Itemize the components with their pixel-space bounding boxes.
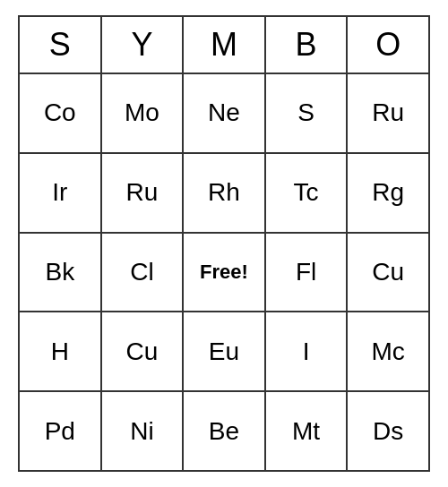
bingo-cell-4-4: Ds: [348, 392, 428, 470]
bingo-cell-2-0: Bk: [20, 234, 102, 312]
bingo-cell-3-4: Mc: [348, 312, 428, 390]
bingo-row-1: IrRuRhTcRg: [20, 154, 428, 234]
header-cell-y: Y: [102, 17, 185, 73]
bingo-row-4: PdNiBeMtDs: [20, 392, 428, 470]
header-cell-o: O: [348, 17, 428, 73]
bingo-cell-1-2: Rh: [184, 154, 266, 232]
bingo-cell-3-3: I: [266, 312, 349, 390]
bingo-cell-2-2: Free!: [184, 234, 266, 312]
bingo-cell-2-3: Fl: [266, 234, 349, 312]
header-cell-m: M: [184, 17, 266, 73]
bingo-body: CoMoNeSRuIrRuRhTcRgBkClFree!FlCuHCuEuIMc…: [20, 74, 428, 470]
bingo-cell-4-2: Be: [184, 392, 266, 470]
bingo-cell-0-3: S: [266, 74, 349, 152]
bingo-cell-1-1: Ru: [102, 154, 185, 232]
bingo-cell-4-3: Mt: [266, 392, 349, 470]
bingo-cell-3-1: Cu: [102, 312, 185, 390]
bingo-cell-3-2: Eu: [184, 312, 266, 390]
bingo-cell-0-2: Ne: [184, 74, 266, 152]
bingo-header: SYMBO: [20, 17, 428, 74]
bingo-cell-3-0: H: [20, 312, 102, 390]
bingo-cell-1-0: Ir: [20, 154, 102, 232]
bingo-cell-0-1: Mo: [102, 74, 185, 152]
bingo-cell-1-4: Rg: [348, 154, 428, 232]
bingo-cell-4-0: Pd: [20, 392, 102, 470]
bingo-cell-2-1: Cl: [102, 234, 185, 312]
bingo-row-0: CoMoNeSRu: [20, 74, 428, 154]
bingo-cell-0-4: Ru: [348, 74, 428, 152]
bingo-cell-2-4: Cu: [348, 234, 428, 312]
bingo-row-2: BkClFree!FlCu: [20, 234, 428, 313]
bingo-cell-1-3: Tc: [266, 154, 349, 232]
bingo-row-3: HCuEuIMc: [20, 312, 428, 392]
bingo-cell-4-1: Ni: [102, 392, 185, 470]
header-cell-s: S: [20, 17, 102, 73]
bingo-card: SYMBO CoMoNeSRuIrRuRhTcRgBkClFree!FlCuHC…: [18, 15, 430, 472]
bingo-cell-0-0: Co: [20, 74, 102, 152]
header-cell-b: B: [266, 17, 349, 73]
